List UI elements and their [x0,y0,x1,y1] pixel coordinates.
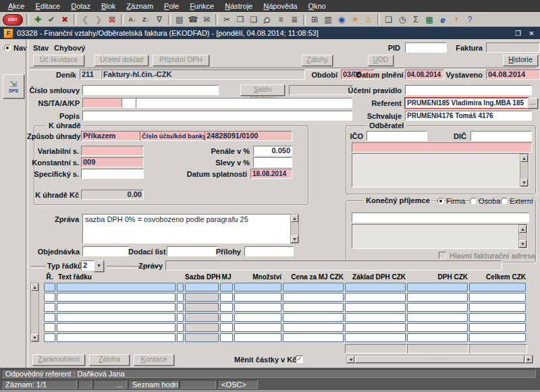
table-cell[interactable] [44,283,55,291]
scroll-down-icon[interactable]: ▼ [520,179,528,186]
import-icon[interactable]: ⊞ [308,14,321,26]
odberatel-name-field[interactable] [352,142,532,152]
table-cell[interactable] [177,293,184,302]
nav-radio[interactable] [4,45,11,51]
table-cell[interactable] [185,323,219,332]
table-scrollbar[interactable]: ▲ ∙∙ ▼ [30,283,39,342]
menu-napoveda[interactable]: Nápověda [258,1,302,11]
referent-lov-button[interactable]: ... [527,98,538,109]
konecny-prijemce-address-field[interactable] [352,224,528,249]
table-cell[interactable] [345,313,406,322]
table-horizontal-scrollbar[interactable]: ◄ ∙∙∙∙∙∙∙∙∙∙∙∙∙∙ ► [346,355,533,364]
externi-radio[interactable] [501,198,508,204]
editor-icon[interactable]: ▥ [321,14,335,26]
table-cell[interactable] [220,323,233,332]
table-cell[interactable] [234,293,281,302]
link-icon[interactable]: ❑ [382,14,396,26]
menu-editace[interactable]: Editace [30,1,65,11]
scroll-left-icon[interactable]: ◄ [347,356,354,363]
wheel-icon[interactable]: ✳ [348,14,362,26]
popis-field[interactable] [82,111,352,121]
table-cell[interactable] [185,333,219,342]
scroll-down-icon[interactable]: ▼ [31,334,38,341]
kontace-button[interactable]: Kontace [134,354,174,366]
table-cell[interactable] [177,333,184,342]
exit-icon[interactable]: EXIT [3,14,23,26]
table-cell[interactable] [407,283,468,291]
update-record-icon[interactable]: ✔ [45,14,58,26]
konstantni-field[interactable]: 009 [81,157,144,167]
table-cell[interactable] [234,283,281,291]
table-cell[interactable] [220,283,233,291]
cislo-uctu-field[interactable]: 24828091/0100 [205,131,292,141]
zalohy-button[interactable]: Zálohy [302,55,333,66]
filter-icon[interactable]: ∇ [153,14,166,26]
zprava-scrollbar[interactable]: ▲ ∙ ▼ [290,214,299,244]
konecny-prijemce-name-field[interactable] [352,213,529,223]
scroll-up-icon[interactable]: ▲ [519,225,526,233]
zprava-textarea[interactable]: sazba DPH 0% = osvobozeno podle paragraf… [82,214,290,244]
table-cell[interactable] [345,283,406,291]
ns-field[interactable] [82,98,124,108]
table-cell[interactable] [283,293,344,302]
table-cell[interactable] [283,313,344,322]
menu-pole[interactable]: Pole [159,1,184,11]
tree-view-icon[interactable]: ≣ [288,14,301,26]
table-cell[interactable] [469,313,526,322]
copy-icon[interactable]: ❐ [234,14,247,26]
table-cell[interactable] [44,303,55,312]
cislo-smlouvy-field[interactable] [82,85,219,95]
table-cell[interactable] [220,303,233,312]
clock-icon[interactable]: ◷ [396,14,409,26]
menu-nastroje[interactable]: Nástroje [219,1,258,11]
table-cell[interactable] [407,303,468,312]
scroll-right-icon[interactable]: ► [525,356,533,363]
variabilni-field[interactable] [81,146,144,156]
table-cell[interactable] [220,333,233,342]
saldo-smlouvy-button[interactable]: Saldo smlouvy [240,84,285,96]
ucetni-doklad-button[interactable]: Účetní doklad [94,55,148,66]
table-cell[interactable] [177,313,184,322]
table-cell[interactable] [177,303,184,312]
table-cell[interactable] [185,303,219,312]
historie-button[interactable]: Historie [503,55,538,66]
delete-record-icon[interactable]: ⊠ [105,14,119,26]
hlavni-fakturacni-adresa-checkbox[interactable] [439,252,446,259]
slevy-field[interactable] [253,157,292,167]
osoba-radio[interactable] [470,198,477,204]
sps-button[interactable]: ⇲ SPS [3,74,24,99]
table-cell[interactable] [234,303,281,312]
table-cell[interactable] [177,323,184,332]
insert-record-icon[interactable]: ✚ [31,14,45,26]
print-icon[interactable]: ▤ [173,14,186,26]
menu-blok[interactable]: Blok [96,1,121,11]
odberatel-address-scrollbar[interactable]: ▲ ∙ ▼ [520,154,529,187]
excel-export-icon[interactable]: ▦ [423,14,436,26]
priznani-dph-button[interactable]: Přiznání DPH [153,55,209,66]
table-cell[interactable] [283,303,344,312]
datum-plneni-field[interactable]: 04.08.2014 [405,69,444,80]
table-cell[interactable] [407,313,468,322]
browser-icon[interactable]: e [436,14,450,26]
menu-funkce[interactable]: Funkce [184,1,219,11]
table-cell[interactable] [185,283,219,291]
scroll-up-icon[interactable]: ▲ [291,215,298,222]
udd-button[interactable]: UDD [368,55,394,66]
table-cell[interactable] [57,293,176,302]
table-cell[interactable] [234,333,281,342]
menu-zaznam[interactable]: Záznam [121,1,159,11]
sort-descending-icon[interactable]: Z↓ [139,14,153,26]
dic-field[interactable] [470,131,532,141]
table-cell[interactable] [220,313,233,322]
typ-radku-dropdown-icon[interactable]: ▼ [94,260,104,272]
window-restore-icon[interactable]: ❐ [513,30,523,37]
table-cell[interactable] [57,303,176,312]
akp-field[interactable] [136,98,352,108]
next-record-icon[interactable]: ❯ [92,14,105,26]
table-cell[interactable] [469,323,526,332]
pid-field[interactable] [405,43,447,53]
table-cell[interactable] [44,313,55,322]
summation-icon[interactable]: Σ [409,14,423,26]
help-icon[interactable]: ? [463,14,477,26]
window-close-icon[interactable]: ✕ [526,30,537,37]
